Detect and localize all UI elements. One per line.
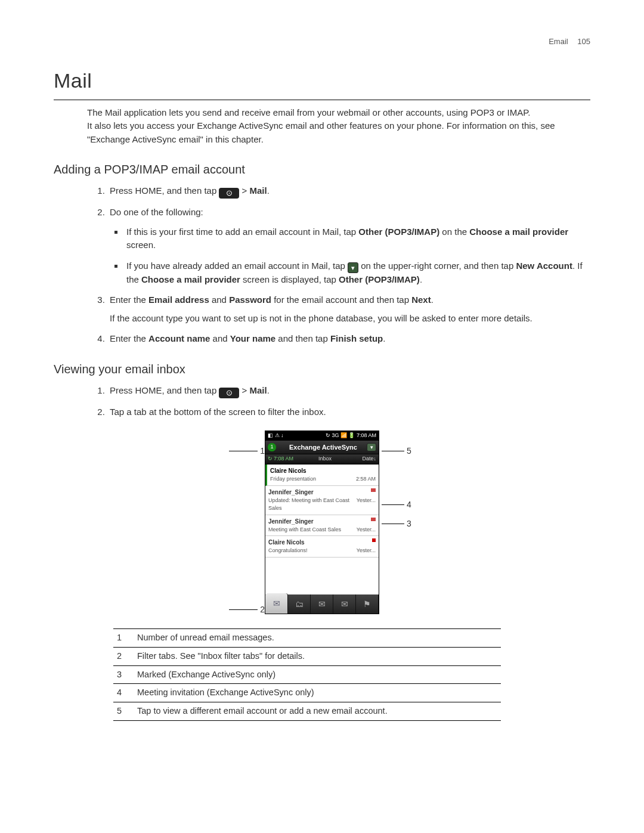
intro-block: The Mail application lets you send and r… — [87, 106, 590, 147]
email-item: Jennifer_Singer Updated: Meeting with Ea… — [265, 486, 379, 515]
marked-flag-icon — [372, 538, 376, 542]
callout-2: 2 — [227, 603, 265, 616]
legend-row: 3Marked (Exchange ActiveSync only) — [113, 665, 501, 684]
mail-label: Mail — [250, 185, 267, 196]
unread-badge: 1 — [268, 443, 276, 451]
apps-icon — [219, 188, 239, 199]
legend-row: 1Number of unread email messages. — [113, 629, 501, 648]
account-name: Exchange ActiveSync — [280, 442, 367, 453]
legend-row: 4Meeting invitation (Exchange ActiveSync… — [113, 684, 501, 702]
tab-received: ✉ — [265, 593, 288, 614]
steps-viewing: Press HOME, and then tap > Mail. Tap a t… — [107, 384, 590, 419]
sync-time: 7:08 AM — [265, 455, 300, 463]
legend-row: 2Filter tabs. See "Inbox filter tabs" fo… — [113, 647, 501, 665]
header-section: Email — [549, 37, 568, 46]
bullet-already-added: If you have already added an email accou… — [124, 259, 590, 287]
inbox-label: Inbox — [300, 455, 350, 463]
callout-1: 1 — [227, 445, 265, 457]
account-title-bar: 1 Exchange ActiveSync ▾ — [265, 441, 379, 454]
view-step-2: Tap a tab at the bottom of the screen to… — [107, 405, 590, 419]
step-3: Enter the Email address and Password for… — [107, 293, 590, 325]
tab-unread: ✉ — [333, 594, 356, 614]
page-header: Email 105 — [54, 36, 590, 48]
callout-5: 5 — [379, 445, 411, 457]
view-step-1: Press HOME, and then tap > Mail. — [107, 384, 590, 398]
status-bar: ◧ ⚠ ↓ ↻ 3G 📶 🔋 7:08 AM — [265, 431, 379, 441]
intro-p1: The Mail application lets you send and r… — [87, 106, 590, 120]
mail-label: Mail — [250, 385, 267, 395]
callout-legend-table: 1Number of unread email messages. 2Filte… — [113, 628, 501, 721]
callout-3: 3 — [379, 518, 411, 530]
status-left-icons: ◧ ⚠ ↓ — [268, 432, 284, 440]
phone-screenshot: ◧ ⚠ ↓ ↻ 3G 📶 🔋 7:08 AM 1 Exchange Active… — [265, 431, 379, 614]
callouts-right: 5 4 3 — [379, 431, 421, 614]
step-2-bullets: If this is your first time to add an ema… — [124, 225, 590, 287]
callouts-left: 1 2 — [223, 431, 265, 614]
intro-p2: It also lets you access your Exchange Ac… — [87, 119, 590, 146]
steps-adding: Press HOME, and then tap > Mail. Do one … — [107, 184, 590, 346]
step-4: Enter the Account name and Your name and… — [107, 332, 590, 346]
heading-adding-account: Adding a POP3/IMAP email account — [54, 160, 590, 178]
email-item: Claire Nicols Friday presentation2:58 AM — [265, 465, 379, 486]
email-list: Claire Nicols Friday presentation2:58 AM… — [265, 465, 379, 594]
filter-tabs: ✉ 🗂 ✉ ✉ ⚑ — [265, 594, 379, 614]
tab-conversations: 🗂 — [288, 594, 311, 614]
header-page-number: 105 — [577, 37, 590, 46]
meeting-flag-icon — [371, 518, 376, 521]
step-2: Do one of the following: If this is your… — [107, 206, 590, 286]
bullet-first-time: If this is your first time to add an ema… — [124, 225, 590, 252]
status-right: ↻ 3G 📶 🔋 7:08 AM — [326, 432, 376, 440]
apps-icon — [219, 388, 239, 398]
inbox-sub-bar: 7:08 AM Inbox Date↓ — [265, 454, 379, 465]
legend-row: 5Tap to view a different email account o… — [113, 702, 501, 721]
tab-flagged: ⚑ — [356, 594, 379, 614]
step-1: Press HOME, and then tap > Mail. — [107, 184, 590, 199]
tab-favorites: ✉ — [311, 594, 333, 614]
inbox-screenshot-figure: 1 2 ◧ ⚠ ↓ ↻ 3G 📶 🔋 7:08 AM 1 Exchange Ac… — [54, 431, 590, 614]
account-switch-icon: ▾ — [367, 443, 376, 451]
sort-date: Date↓ — [350, 455, 379, 463]
email-item: Jennifer_Singer Meeting with East Coast … — [265, 515, 379, 537]
step-3-note: If the account type you want to set up i… — [110, 312, 590, 326]
meeting-flag-icon — [371, 488, 376, 492]
heading-viewing-inbox: Viewing your email inbox — [54, 360, 590, 378]
callout-4: 4 — [379, 498, 411, 511]
account-dropdown-icon: ▾ — [348, 262, 358, 273]
page-title: Mail — [54, 66, 590, 100]
email-item: Claire Nicols Congratulations!Yester... — [265, 536, 379, 558]
